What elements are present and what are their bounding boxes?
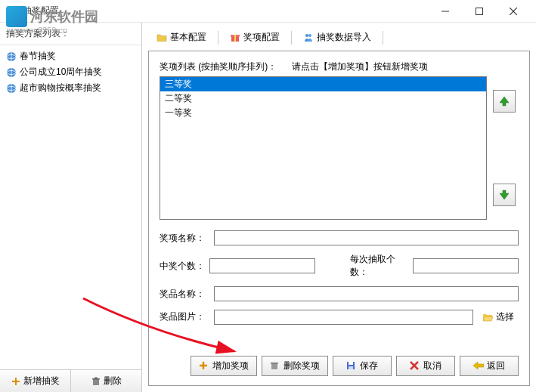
list-item[interactable]: 三等奖 — [160, 77, 486, 91]
close-button[interactable] — [496, 1, 530, 22]
app-icon — [6, 5, 18, 17]
tree-item[interactable]: 超市购物按概率抽奖 — [3, 80, 138, 96]
svg-rect-3 — [476, 8, 482, 14]
prize-name-label: 奖项名称： — [160, 232, 209, 245]
globe-icon — [6, 67, 17, 78]
svg-rect-22 — [234, 35, 236, 42]
tree-item[interactable]: 春节抽奖 — [3, 48, 138, 64]
globe-icon — [6, 51, 17, 62]
prize-name-input[interactable] — [214, 230, 519, 245]
lottery-tree: 春节抽奖 公司成立10周年抽奖 超市购物按概率抽奖 — [0, 45, 141, 369]
delete-prize-button[interactable]: 删除奖项 — [262, 356, 328, 376]
list-item[interactable]: 二等奖 — [160, 91, 486, 106]
back-button[interactable]: 返回 — [460, 356, 519, 376]
arrow-up-icon — [498, 95, 510, 107]
sidebar: 抽奖方案列表： 春节抽奖 公司成立10周年抽奖 超市购物按概率抽奖 新增抽奖 — [0, 23, 142, 392]
sidebar-header: 抽奖方案列表： — [0, 23, 141, 45]
svg-rect-27 — [271, 363, 277, 369]
prize-listbox[interactable]: 三等奖 二等奖 一等奖 — [160, 76, 487, 220]
add-prize-button[interactable]: 增加奖项 — [191, 356, 257, 376]
list-item[interactable]: 一等奖 — [160, 106, 486, 120]
svg-point-23 — [305, 34, 308, 37]
delete-lottery-button[interactable]: 删除 — [71, 370, 141, 392]
svg-rect-31 — [349, 366, 353, 369]
prize-image-label: 奖品图片： — [160, 310, 209, 323]
prize-item-name-label: 奖品名称： — [160, 288, 209, 301]
svg-point-1 — [9, 8, 15, 14]
arrow-left-icon — [473, 361, 484, 372]
svg-rect-19 — [94, 377, 98, 378]
prize-item-name-input[interactable] — [214, 286, 519, 301]
tab-separator — [383, 31, 383, 45]
action-bar: 增加奖项 删除奖项 保存 取消 返回 — [160, 348, 519, 376]
tab-separator — [291, 31, 292, 45]
tab-bar: 基本配置 奖项配置 抽奖数据导入 — [142, 23, 536, 48]
trash-icon — [270, 361, 280, 372]
add-lottery-button[interactable]: 新增抽奖 — [0, 370, 71, 392]
move-down-button[interactable] — [493, 184, 516, 206]
svg-rect-30 — [349, 362, 353, 365]
tab-data-import[interactable]: 抽奖数据导入 — [295, 27, 380, 48]
people-icon — [303, 32, 314, 43]
cancel-button[interactable]: 取消 — [396, 356, 455, 376]
tree-item-label: 超市购物按概率抽奖 — [20, 82, 101, 94]
svg-rect-17 — [93, 379, 99, 385]
win-count-label: 中奖个数： — [160, 260, 205, 273]
save-button[interactable]: 保存 — [333, 356, 392, 376]
titlebar: 抽奖配置 — [0, 0, 536, 23]
win-count-input[interactable] — [209, 258, 315, 273]
trash-icon — [91, 377, 101, 386]
minimize-button[interactable] — [428, 1, 462, 22]
plus-icon — [11, 377, 20, 386]
plus-icon — [199, 361, 209, 372]
maximize-button[interactable] — [462, 1, 496, 22]
per-draw-label: 每次抽取个数： — [350, 253, 408, 279]
svg-point-24 — [308, 34, 311, 37]
prize-list-hint: 请点击【增加奖项】按钮新增奖项 — [292, 60, 428, 73]
move-up-button[interactable] — [493, 90, 516, 113]
tab-basic-config[interactable]: 基本配置 — [148, 27, 215, 48]
per-draw-input[interactable] — [413, 258, 519, 273]
save-icon — [346, 361, 357, 372]
tab-separator — [218, 31, 218, 45]
prize-form: 奖项名称： 中奖个数： 每次抽取个数： 奖品名称： 奖品图片： — [160, 230, 519, 332]
prize-config-panel: 奖项列表 (按抽奖顺序排列)： 请点击【增加奖项】按钮新增奖项 三等奖 二等奖 … — [148, 51, 530, 386]
tree-item[interactable]: 公司成立10周年抽奖 — [3, 64, 138, 80]
svg-rect-18 — [92, 378, 100, 380]
folder-open-icon — [482, 312, 493, 323]
globe-icon — [6, 83, 17, 94]
cancel-icon — [410, 361, 420, 372]
tree-item-label: 公司成立10周年抽奖 — [20, 66, 102, 79]
main-area: 基本配置 奖项配置 抽奖数据导入 奖项列表 (按抽奖顺序排列)： 请点击【增加奖… — [142, 23, 536, 392]
svg-rect-28 — [271, 363, 278, 364]
window-title: 抽奖配置 — [23, 5, 428, 17]
arrow-down-icon — [498, 189, 510, 201]
prize-list-label: 奖项列表 (按抽奖顺序排列)： — [160, 60, 277, 73]
prize-image-input[interactable] — [214, 310, 473, 325]
tree-item-label: 春节抽奖 — [20, 50, 56, 63]
prize-icon — [230, 32, 240, 43]
folder-icon — [156, 32, 167, 43]
tab-prize-config[interactable]: 奖项配置 — [222, 27, 288, 48]
browse-image-button[interactable]: 选择 — [478, 309, 519, 325]
